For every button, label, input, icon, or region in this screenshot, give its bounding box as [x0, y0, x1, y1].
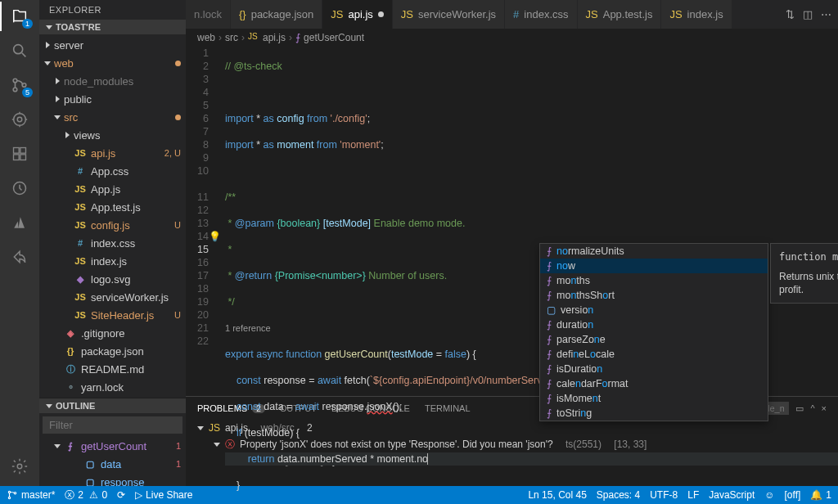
outline-fn[interactable]: ⨍getUserCount1 — [39, 437, 186, 455]
tab-sw[interactable]: JSserviceWorker.js — [393, 0, 505, 29]
tree-file-indexcss[interactable]: #index.css — [39, 234, 186, 252]
tree-file-yarn[interactable]: ⚬yarn.lock — [39, 378, 186, 396]
status-branch[interactable]: master* — [7, 489, 55, 501]
tree-file-indexjs[interactable]: JSindex.js — [39, 252, 186, 270]
tree-file-sw[interactable]: JSserviceWorker.js — [39, 288, 186, 306]
outline-header[interactable]: OUTLINE — [39, 398, 186, 413]
tree-file-gitignore[interactable]: ◈.gitignore — [39, 324, 186, 342]
editor-group: n.lock {}package.json JSapi.js JSservice… — [186, 0, 838, 486]
tree-file-api[interactable]: JSapi.js2, U — [39, 144, 186, 162]
suggest-item[interactable]: ⨍isMoment — [540, 391, 768, 406]
suggest-item[interactable]: ▢version — [540, 303, 768, 317]
file-tree: server web node_modules public src views… — [39, 34, 186, 398]
svg-point-5 — [17, 117, 22, 122]
suggest-item[interactable]: ⨍defineLocale — [540, 347, 768, 362]
azure-icon[interactable] — [10, 213, 29, 232]
svg-rect-6 — [14, 148, 20, 154]
svg-point-0 — [14, 45, 23, 54]
status-liveshare[interactable]: ▷ Live Share — [135, 489, 192, 501]
breadcrumb[interactable]: web› src› JSapi.js› ⨍getUserCount — [186, 29, 838, 47]
tab-yarnlock[interactable]: n.lock — [186, 0, 231, 29]
tree-file-package[interactable]: {}package.json — [39, 342, 186, 360]
tree-file-apptest[interactable]: JSApp.test.js — [39, 198, 186, 216]
svg-rect-8 — [14, 155, 20, 160]
settings-icon[interactable] — [10, 457, 29, 476]
modified-dot-icon — [378, 11, 384, 17]
suggest-item[interactable]: ⨍calendarFormat — [540, 376, 768, 391]
extensions-icon[interactable] — [10, 144, 29, 164]
timeline-icon[interactable] — [10, 178, 29, 198]
editor-tabs: n.lock {}package.json JSapi.js JSservice… — [186, 0, 838, 29]
sidebar: EXPLORER TOAST'RE server web node_module… — [39, 0, 186, 486]
activity-bar: 1 5 — [0, 0, 39, 486]
suggest-widget[interactable]: ⨍normalizeUnits ⨍now ⨍months ⨍monthsShor… — [539, 243, 768, 421]
outline-filter-input[interactable] — [43, 416, 182, 434]
search-icon[interactable] — [10, 41, 29, 61]
suggest-item[interactable]: ⨍isDuration — [540, 362, 768, 376]
svg-point-4 — [14, 114, 26, 126]
tab-apptest[interactable]: JSApp.test.js — [578, 0, 662, 29]
suggest-item-selected[interactable]: ⨍now — [540, 259, 768, 273]
tree-file-readme[interactable]: ⓘREADME.md — [39, 360, 186, 378]
tree-folder-public[interactable]: public — [39, 90, 186, 108]
split-icon[interactable]: ◫ — [803, 8, 813, 20]
tree-folder-node-modules[interactable]: node_modules — [39, 72, 186, 90]
tree-folder-server[interactable]: server — [39, 36, 186, 54]
svg-point-13 — [8, 497, 10, 498]
tree-file-appjs[interactable]: JSApp.js — [39, 180, 186, 198]
outline-data[interactable]: ▢data1 — [39, 455, 186, 473]
tab-api[interactable]: JSapi.js — [322, 0, 393, 29]
tree-file-appcss[interactable]: #App.css — [39, 162, 186, 180]
suggest-item[interactable]: ⨍normalizeUnits — [540, 244, 768, 259]
tree-file-siteheader[interactable]: JSSiteHeader.jsU — [39, 306, 186, 324]
svg-point-12 — [8, 491, 10, 493]
tree-folder-src[interactable]: src — [39, 108, 186, 126]
status-errors[interactable]: ⓧ 2 ⚠ 0 — [65, 488, 107, 502]
status-sync[interactable]: ⟳ — [117, 489, 125, 501]
tree-file-config[interactable]: JSconfig.jsU — [39, 216, 186, 234]
tree-file-logo[interactable]: ◆logo.svg — [39, 270, 186, 288]
svg-point-2 — [13, 88, 17, 92]
tab-package[interactable]: {}package.json — [231, 0, 322, 29]
project-header[interactable]: TOAST'RE — [39, 20, 186, 34]
svg-rect-7 — [20, 148, 26, 154]
suggest-item[interactable]: ⨍duration — [540, 317, 768, 332]
line-gutter: 12345678910 111213141516171819202122 — [186, 47, 217, 348]
svg-point-1 — [13, 79, 17, 83]
scm-icon[interactable]: 5 — [10, 75, 29, 95]
diff-icon[interactable]: ⇅ — [786, 8, 795, 20]
tab-indexjs[interactable]: JSindex.js — [661, 0, 732, 29]
svg-point-11 — [17, 464, 22, 469]
suggest-item[interactable]: ⨍parseZone — [540, 332, 768, 347]
tree-folder-web[interactable]: web — [39, 54, 186, 72]
suggest-item[interactable]: ⨍toString — [540, 406, 768, 421]
tree-folder-views[interactable]: views — [39, 126, 186, 144]
svg-rect-9 — [20, 155, 26, 160]
explorer-title: EXPLORER — [39, 0, 186, 20]
debug-icon[interactable] — [10, 110, 29, 129]
liveshare-icon[interactable] — [10, 247, 29, 267]
code-editor[interactable]: 💡 12345678910 111213141516171819202122 /… — [186, 47, 838, 396]
tab-indexcss[interactable]: #index.css — [505, 0, 577, 29]
suggest-item[interactable]: ⨍monthsShort — [540, 288, 768, 303]
suggest-item[interactable]: ⨍months — [540, 273, 768, 288]
explorer-icon[interactable]: 1 — [10, 7, 29, 26]
more-icon[interactable]: ⋯ — [821, 8, 831, 20]
suggest-doc: × function moment.now(): number Returns … — [770, 243, 838, 304]
